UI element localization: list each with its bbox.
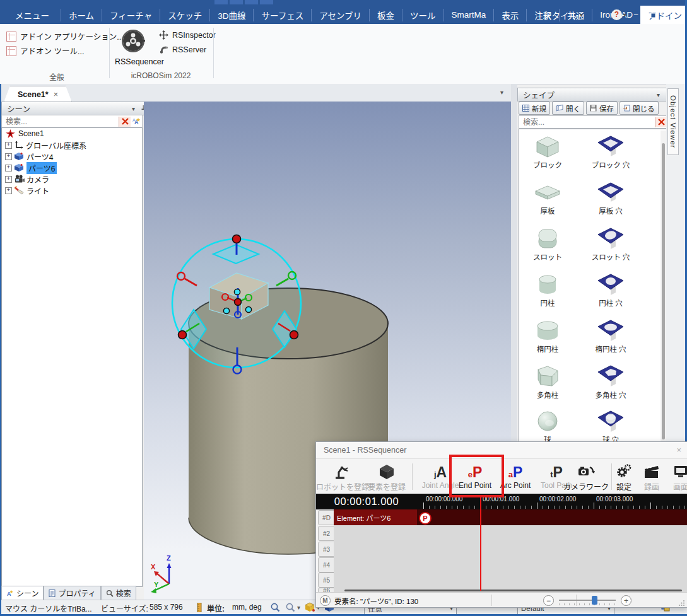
shape-search-input[interactable]	[519, 117, 655, 128]
restore-button[interactable]	[645, 8, 662, 21]
track-row-5[interactable]	[334, 572, 687, 588]
catalog-item-slab[interactable]	[533, 180, 562, 208]
catalog-item-slot[interactable]	[533, 226, 562, 254]
menu-tab-sheetmetal[interactable]: 板金	[370, 6, 402, 24]
register-robot-button[interactable]: ロボットを登録	[316, 461, 367, 491]
menu-tab-smartma[interactable]: SmartMa	[444, 6, 494, 24]
minimize-button[interactable]: −	[628, 8, 644, 21]
zoom-select-icon[interactable]	[270, 602, 280, 612]
tab-search[interactable]: 検索	[101, 586, 136, 600]
menu-tab-assembly[interactable]: アセンブリ	[312, 6, 369, 24]
chevron-down-icon[interactable]: ▾	[132, 105, 135, 112]
timeline-hscrollbar[interactable]	[344, 590, 682, 591]
rssequencer-close-icon[interactable]: ×	[676, 445, 681, 455]
clear-search-icon[interactable]	[119, 117, 131, 127]
register-element-button[interactable]: 要素を登録	[361, 461, 412, 491]
catalog-item-sphere[interactable]	[533, 409, 562, 437]
track-element-label[interactable]: Element: パーツ6	[334, 509, 417, 525]
help-icon[interactable]: ?	[611, 9, 622, 20]
menu-tab-feature[interactable]: フィーチャ	[102, 6, 160, 24]
close-button[interactable]: ×	[663, 8, 679, 21]
catalog-scrollbar-thumb[interactable]	[662, 143, 665, 439]
menu-tab-menu[interactable]: メニュー	[4, 6, 61, 24]
catalog-item-slot-hole[interactable]	[596, 226, 625, 254]
slider-handle[interactable]	[592, 596, 597, 605]
endpoint-keyframe-marker[interactable]: P	[419, 512, 432, 525]
tab-list-dropdown-icon[interactable]: ▾	[500, 89, 503, 96]
clear-search-icon[interactable]	[655, 117, 667, 127]
zoom-tool-icon[interactable]	[285, 602, 295, 612]
shape-close-button[interactable]: 閉じる	[619, 102, 659, 115]
render-mode-icon[interactable]	[305, 602, 315, 612]
track-row-3[interactable]	[334, 541, 687, 557]
expand-icon[interactable]: +	[5, 142, 12, 149]
addin-applications-button[interactable]: アドイン アプリケーション...	[6, 30, 124, 42]
track-row-2[interactable]	[334, 525, 687, 542]
expand-icon[interactable]: +	[5, 153, 12, 160]
expand-icon[interactable]: +	[5, 165, 12, 171]
addon-tools-button[interactable]: アドオン ツール...	[6, 45, 84, 57]
quick-access-icon[interactable]	[214, 0, 228, 4]
rssequencer-button[interactable]: RSSequencer	[115, 28, 151, 66]
status-separator	[491, 595, 492, 606]
tree-item-global-axis[interactable]: + グローバル座標系	[2, 139, 142, 151]
catalog-item-block[interactable]	[533, 134, 562, 162]
filter-search-icon[interactable]: AA	[131, 117, 142, 125]
scene-search-input[interactable]	[2, 116, 119, 127]
camera-work-button[interactable]: カメラワーク	[561, 461, 611, 491]
chevron-down-icon[interactable]: ▾	[297, 604, 300, 611]
menu-tab-surface[interactable]: サーフェス	[254, 6, 311, 24]
catalog-item-ellipse-cylinder-hole[interactable]	[596, 318, 625, 346]
rsserver-button[interactable]: RSServer	[159, 45, 206, 54]
style-menu-button[interactable]: スタイル	[543, 9, 577, 21]
catalog-item-polygon-prism[interactable]	[533, 364, 562, 392]
tree-item-camera[interactable]: + カメラ	[2, 173, 142, 185]
chevron-down-icon[interactable]: ▾	[623, 11, 626, 18]
tree-item-light[interactable]: + ライト	[2, 185, 142, 196]
catalog-item-slab-hole[interactable]	[596, 180, 625, 208]
quick-access-icon[interactable]	[230, 0, 243, 4]
catalog-item-sphere-hole[interactable]	[596, 409, 625, 437]
rsinspector-button[interactable]: RSInspector	[159, 30, 216, 40]
menu-tab-tool[interactable]: ツール	[402, 6, 443, 24]
track-tab-3[interactable]: #3	[318, 542, 335, 557]
timeline-zoom-out-button[interactable]: −	[543, 595, 554, 606]
track-tab-4[interactable]: #4	[318, 557, 335, 572]
tab-properties[interactable]: プロパティ	[44, 586, 100, 600]
track-row-4[interactable]	[334, 557, 687, 572]
quick-access-icon[interactable]	[245, 0, 258, 4]
expand-icon[interactable]: +	[5, 187, 12, 194]
shape-open-button[interactable]: 開く	[552, 102, 584, 115]
chevron-down-icon[interactable]: ▾	[657, 91, 660, 98]
chevron-down-icon[interactable]: ▾	[580, 11, 583, 18]
catalog-item-cylinder[interactable]	[533, 272, 562, 300]
tree-item-part4[interactable]: + パーツ4	[2, 151, 142, 162]
track-tab-5[interactable]: #5	[318, 572, 335, 588]
catalog-item-polygon-prism-hole[interactable]	[596, 364, 625, 392]
menu-tab-sketch[interactable]: スケッチ	[160, 6, 209, 24]
track-tab-2[interactable]: #2	[318, 526, 335, 541]
tree-item-part6-selected[interactable]: + パーツ6	[2, 162, 142, 173]
shape-new-button[interactable]: 新規	[519, 102, 550, 115]
resize-grip-icon[interactable]	[679, 600, 685, 606]
track-tab-d[interactable]: #D	[318, 510, 335, 525]
menu-tab-3dcurve[interactable]: 3D曲線	[210, 6, 253, 24]
quick-access-icon[interactable]	[260, 0, 273, 4]
screen-button[interactable]: 画面	[662, 461, 687, 491]
catalog-item-ellipse-cylinder[interactable]	[533, 318, 562, 346]
expand-icon[interactable]: +	[5, 176, 12, 183]
shape-save-button[interactable]: 保存	[586, 102, 618, 115]
track-row-element[interactable]: Element: パーツ6	[334, 509, 687, 526]
tree-item-scene1[interactable]: Scene1	[2, 128, 142, 139]
tab-close-icon[interactable]: ×	[54, 90, 58, 99]
timeline-zoom-slider[interactable]	[559, 596, 616, 605]
menu-tab-view[interactable]: 表示	[494, 6, 526, 24]
tab-scene[interactable]: A シーン	[1, 586, 44, 600]
catalog-item-cylinder-hole[interactable]	[596, 272, 625, 300]
document-tab-scene1[interactable]: Scene1* ×	[4, 86, 72, 102]
playhead[interactable]	[480, 495, 481, 591]
catalog-item-block-hole[interactable]	[596, 134, 625, 162]
object-viewer-tab[interactable]: Object Viewer	[667, 88, 679, 155]
menu-tab-home[interactable]: ホーム	[61, 6, 102, 24]
timeline-zoom-in-button[interactable]: +	[621, 595, 631, 606]
